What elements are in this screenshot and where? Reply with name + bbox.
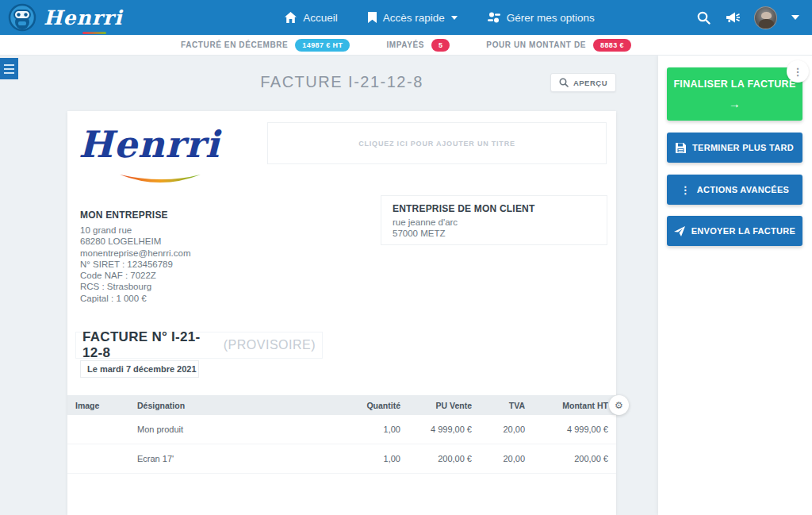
stat-billed-badge[interactable]: 14987 € HT bbox=[295, 39, 350, 52]
stat-amount: POUR UN MONTANT DE 8883 € bbox=[486, 39, 631, 52]
stats-bar: FACTURÉ EN DÉCEMBRE 14987 € HT IMPAYÉS 5… bbox=[0, 35, 812, 56]
col-header-amount: Montant HT bbox=[525, 401, 608, 410]
col-header-image: Image bbox=[75, 401, 137, 410]
stat-amount-badge[interactable]: 8883 € bbox=[593, 39, 631, 52]
vertical-dots-icon: ⋮ bbox=[680, 185, 691, 195]
client-line: 57000 METZ bbox=[393, 228, 596, 239]
arrow-right-icon: → bbox=[729, 97, 741, 110]
invoice-date[interactable]: Le mardi 7 décembre 2021 bbox=[80, 360, 199, 378]
page-title: FACTURE I-21-12-8 bbox=[67, 73, 616, 91]
col-header-unit-price: PU Vente bbox=[400, 401, 472, 410]
brand-name: Henrri bbox=[44, 6, 123, 29]
cell-unit-price: 200,00 € bbox=[400, 454, 472, 463]
invoice-status: (PROVISOIRE) bbox=[224, 338, 316, 352]
megaphone-icon[interactable] bbox=[725, 11, 740, 24]
cell-vat: 20,00 bbox=[472, 454, 525, 463]
cell-quantity: 1,00 bbox=[267, 454, 400, 463]
table-settings-button[interactable]: ⚙ bbox=[609, 395, 629, 415]
sidebar-more-button[interactable]: ⋮ bbox=[787, 60, 809, 83]
options-icon bbox=[488, 12, 500, 23]
company-line: monentreprise@henrri.com bbox=[80, 248, 318, 259]
company-line: RCS : Strasbourg bbox=[80, 281, 318, 292]
invoice-logo[interactable]: Henrri bbox=[79, 121, 221, 194]
invoice-number: FACTURE N° I-21-12-8 bbox=[82, 329, 214, 361]
stat-amount-label: POUR UN MONTANT DE bbox=[486, 40, 586, 49]
finish-later-label: TERMINER PLUS TARD bbox=[692, 143, 794, 152]
logo-swoosh bbox=[117, 171, 204, 187]
col-header-quantity: Quantité bbox=[267, 401, 400, 410]
company-line: Capital : 1 000 € bbox=[80, 293, 318, 304]
send-icon bbox=[674, 226, 685, 236]
advanced-actions-label: ACTIONS AVANCÉES bbox=[697, 185, 789, 194]
page-header: FACTURE I-21-12-8 APERÇU bbox=[67, 73, 616, 95]
company-line: 10 grand rue bbox=[80, 225, 318, 236]
invoice-card: Henrri CLIQUEZ ICI POUR AJOUTER UN TITRE… bbox=[67, 111, 616, 515]
advanced-actions-button[interactable]: ⋮ ACTIONS AVANCÉES bbox=[667, 175, 802, 205]
invoice-logo-text: Henrri bbox=[79, 121, 221, 168]
navbar-right bbox=[697, 6, 812, 29]
brand-underline bbox=[82, 32, 106, 34]
nav-item-options[interactable]: Gérer mes options bbox=[488, 12, 595, 24]
save-icon bbox=[676, 143, 686, 153]
send-invoice-button[interactable]: ENVOYER LA FACTURE bbox=[667, 216, 802, 246]
nav-label-options: Gérer mes options bbox=[507, 12, 595, 24]
send-invoice-label: ENVOYER LA FACTURE bbox=[691, 226, 796, 236]
main-area: FACTURE I-21-12-8 APERÇU Henrri CLIQUEZ … bbox=[0, 56, 658, 515]
chevron-down-icon bbox=[451, 16, 458, 20]
preview-button[interactable]: APERÇU bbox=[550, 73, 616, 92]
stat-unpaid: IMPAYÉS 5 bbox=[386, 39, 450, 52]
invoice-title-placeholder-text: CLIQUEZ ICI POUR AJOUTER UN TITRE bbox=[358, 140, 515, 148]
robot-mascot-icon bbox=[8, 3, 36, 32]
cell-amount: 200,00 € bbox=[525, 454, 608, 463]
preview-button-label: APERÇU bbox=[573, 79, 607, 87]
col-header-vat: TVA bbox=[472, 401, 525, 410]
company-block[interactable]: MON ENTREPRISE 10 grand rue 68280 LOGELH… bbox=[80, 209, 318, 304]
client-name: ENTREPRISE DE MON CLIENT bbox=[393, 203, 596, 214]
vertical-dots-icon: ⋮ bbox=[793, 67, 803, 77]
nav-item-home[interactable]: Accueil bbox=[285, 12, 338, 24]
table-row[interactable]: Mon produit 1,00 4 999,00 € 20,00 4 999,… bbox=[67, 415, 616, 444]
stat-unpaid-badge[interactable]: 5 bbox=[431, 39, 450, 52]
bookmark-icon bbox=[368, 12, 377, 23]
client-block[interactable]: ENTREPRISE DE MON CLIENT rue jeanne d'ar… bbox=[381, 195, 607, 245]
company-line: Code NAF : 7022Z bbox=[80, 270, 318, 281]
top-navbar: Henrri Accueil Accès rapide bbox=[0, 0, 812, 35]
client-line: rue jeanne d'arc bbox=[393, 217, 596, 228]
cell-designation: Mon produit bbox=[137, 425, 267, 434]
table-row[interactable]: Ecran 17' 1,00 200,00 € 20,00 200,00 € bbox=[67, 444, 616, 474]
cell-quantity: 1,00 bbox=[267, 425, 400, 434]
home-icon bbox=[285, 12, 297, 23]
finalize-invoice-button[interactable]: FINALISER LA FACTURE → bbox=[667, 67, 802, 121]
cell-designation: Ecran 17' bbox=[137, 454, 267, 463]
invoice-number-block[interactable]: FACTURE N° I-21-12-8 (PROVISOIRE) bbox=[75, 332, 323, 359]
nav-label-quick-access: Accès rapide bbox=[383, 12, 445, 24]
cell-unit-price: 4 999,00 € bbox=[400, 425, 472, 434]
user-avatar[interactable] bbox=[754, 6, 777, 29]
search-icon[interactable] bbox=[697, 11, 710, 25]
brand-logo[interactable]: Henrri bbox=[0, 3, 182, 32]
company-name: MON ENTREPRISE bbox=[80, 209, 318, 221]
invoice-title-placeholder[interactable]: CLIQUEZ ICI POUR AJOUTER UN TITRE bbox=[267, 122, 607, 164]
stat-unpaid-label: IMPAYÉS bbox=[386, 40, 424, 49]
finalize-invoice-label: FINALISER LA FACTURE bbox=[673, 79, 795, 90]
nav-item-quick-access[interactable]: Accès rapide bbox=[368, 12, 458, 24]
stat-billed: FACTURÉ EN DÉCEMBRE 14987 € HT bbox=[181, 39, 350, 52]
nav-label-home: Accueil bbox=[303, 12, 338, 24]
cell-amount: 4 999,00 € bbox=[525, 425, 608, 434]
hamburger-menu-icon[interactable] bbox=[0, 58, 18, 79]
user-menu-caret-icon[interactable] bbox=[791, 15, 799, 20]
table-header-row: Image Désignation Quantité PU Vente TVA … bbox=[67, 395, 616, 415]
gear-icon: ⚙ bbox=[615, 400, 623, 411]
col-header-designation: Désignation bbox=[137, 401, 267, 410]
search-icon bbox=[559, 78, 569, 87]
company-line: N° SIRET : 123456789 bbox=[80, 259, 318, 270]
main-nav: Accueil Accès rapide Gérer mes options bbox=[285, 12, 595, 24]
cell-vat: 20,00 bbox=[472, 425, 525, 434]
company-line: 68280 LOGELHEIM bbox=[80, 236, 318, 247]
stat-billed-label: FACTURÉ EN DÉCEMBRE bbox=[181, 40, 288, 49]
items-table: Image Désignation Quantité PU Vente TVA … bbox=[67, 395, 616, 474]
action-sidebar: ⋮ FINALISER LA FACTURE → TERMINER PLUS T… bbox=[658, 56, 812, 515]
finish-later-button[interactable]: TERMINER PLUS TARD bbox=[667, 133, 802, 163]
